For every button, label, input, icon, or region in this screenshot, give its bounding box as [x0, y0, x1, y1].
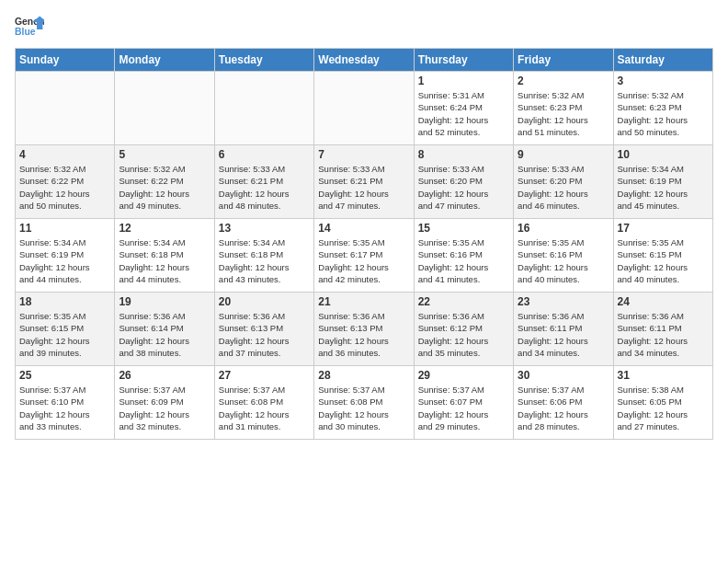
- calendar-cell: 1Sunrise: 5:31 AMSunset: 6:24 PMDaylight…: [414, 72, 513, 145]
- day-info: Sunrise: 5:37 AMSunset: 6:08 PMDaylight:…: [318, 384, 409, 432]
- calendar-cell: 10Sunrise: 5:34 AMSunset: 6:19 PMDayligh…: [613, 145, 712, 219]
- calendar-cell: [16, 72, 115, 145]
- calendar-cell: 24Sunrise: 5:36 AMSunset: 6:11 PMDayligh…: [613, 293, 712, 366]
- day-info: Sunrise: 5:34 AMSunset: 6:18 PMDaylight:…: [119, 236, 210, 285]
- day-number: 1: [418, 75, 509, 87]
- day-number: 20: [219, 295, 310, 308]
- weekday-header-wednesday: Wednesday: [314, 49, 414, 72]
- day-info: Sunrise: 5:32 AMSunset: 6:22 PMDaylight:…: [19, 163, 110, 212]
- day-info: Sunrise: 5:34 AMSunset: 6:19 PMDaylight:…: [19, 236, 110, 285]
- day-number: 4: [19, 148, 110, 161]
- calendar-cell: 31Sunrise: 5:38 AMSunset: 6:05 PMDayligh…: [613, 366, 712, 440]
- calendar-cell: 5Sunrise: 5:32 AMSunset: 6:22 PMDaylight…: [115, 145, 214, 219]
- logo: General Blue: [15, 15, 44, 40]
- calendar-week-row: 4Sunrise: 5:32 AMSunset: 6:22 PMDaylight…: [16, 145, 713, 219]
- day-number: 27: [219, 369, 310, 382]
- day-number: 19: [119, 295, 210, 308]
- calendar-cell: 27Sunrise: 5:37 AMSunset: 6:08 PMDayligh…: [214, 366, 313, 440]
- day-info: Sunrise: 5:37 AMSunset: 6:09 PMDaylight:…: [119, 384, 210, 432]
- day-number: 9: [518, 148, 609, 161]
- day-info: Sunrise: 5:37 AMSunset: 6:10 PMDaylight:…: [19, 384, 110, 432]
- calendar-week-row: 11Sunrise: 5:34 AMSunset: 6:19 PMDayligh…: [16, 219, 713, 293]
- calendar-cell: 17Sunrise: 5:35 AMSunset: 6:15 PMDayligh…: [613, 219, 712, 293]
- calendar-cell: 28Sunrise: 5:37 AMSunset: 6:08 PMDayligh…: [314, 366, 414, 440]
- day-info: Sunrise: 5:36 AMSunset: 6:11 PMDaylight:…: [618, 310, 709, 359]
- calendar-cell: [314, 72, 414, 145]
- day-info: Sunrise: 5:36 AMSunset: 6:12 PMDaylight:…: [418, 310, 509, 359]
- weekday-header-sunday: Sunday: [16, 49, 115, 72]
- day-info: Sunrise: 5:33 AMSunset: 6:21 PMDaylight:…: [318, 163, 409, 212]
- calendar-week-row: 18Sunrise: 5:35 AMSunset: 6:15 PMDayligh…: [16, 293, 713, 366]
- calendar-header-row: SundayMondayTuesdayWednesdayThursdayFrid…: [16, 49, 713, 72]
- day-info: Sunrise: 5:37 AMSunset: 6:07 PMDaylight:…: [418, 384, 509, 432]
- calendar-cell: 22Sunrise: 5:36 AMSunset: 6:12 PMDayligh…: [414, 293, 513, 366]
- calendar-cell: [214, 72, 313, 145]
- day-number: 24: [618, 295, 709, 308]
- day-number: 13: [219, 222, 310, 235]
- calendar-cell: 3Sunrise: 5:32 AMSunset: 6:23 PMDaylight…: [613, 72, 712, 145]
- day-info: Sunrise: 5:37 AMSunset: 6:08 PMDaylight:…: [219, 384, 310, 432]
- calendar-cell: 2Sunrise: 5:32 AMSunset: 6:23 PMDaylight…: [514, 72, 613, 145]
- day-number: 16: [518, 222, 609, 235]
- day-info: Sunrise: 5:36 AMSunset: 6:11 PMDaylight:…: [518, 310, 609, 359]
- svg-text:Blue: Blue: [15, 27, 36, 37]
- calendar-week-row: 25Sunrise: 5:37 AMSunset: 6:10 PMDayligh…: [16, 366, 713, 440]
- day-info: Sunrise: 5:34 AMSunset: 6:18 PMDaylight:…: [219, 236, 310, 285]
- calendar-cell: 9Sunrise: 5:33 AMSunset: 6:20 PMDaylight…: [514, 145, 613, 219]
- day-info: Sunrise: 5:35 AMSunset: 6:15 PMDaylight:…: [19, 310, 110, 359]
- day-info: Sunrise: 5:33 AMSunset: 6:21 PMDaylight:…: [219, 163, 310, 212]
- day-number: 3: [618, 75, 709, 87]
- weekday-header-thursday: Thursday: [414, 49, 513, 72]
- calendar-cell: 6Sunrise: 5:33 AMSunset: 6:21 PMDaylight…: [214, 145, 313, 219]
- day-number: 5: [119, 148, 210, 161]
- calendar-week-row: 1Sunrise: 5:31 AMSunset: 6:24 PMDaylight…: [16, 72, 713, 145]
- day-info: Sunrise: 5:32 AMSunset: 6:23 PMDaylight:…: [518, 89, 609, 138]
- day-number: 2: [518, 75, 609, 87]
- day-number: 11: [19, 222, 110, 235]
- calendar-cell: 16Sunrise: 5:35 AMSunset: 6:16 PMDayligh…: [514, 219, 613, 293]
- day-number: 6: [219, 148, 310, 161]
- calendar-cell: 8Sunrise: 5:33 AMSunset: 6:20 PMDaylight…: [414, 145, 513, 219]
- day-number: 29: [418, 369, 509, 382]
- day-number: 17: [618, 222, 709, 235]
- day-info: Sunrise: 5:37 AMSunset: 6:06 PMDaylight:…: [518, 384, 609, 432]
- day-number: 12: [119, 222, 210, 235]
- day-info: Sunrise: 5:33 AMSunset: 6:20 PMDaylight:…: [518, 163, 609, 212]
- day-info: Sunrise: 5:32 AMSunset: 6:23 PMDaylight:…: [618, 89, 709, 138]
- day-number: 10: [618, 148, 709, 161]
- day-info: Sunrise: 5:36 AMSunset: 6:13 PMDaylight:…: [318, 310, 409, 359]
- day-number: 21: [318, 295, 409, 308]
- day-number: 31: [618, 369, 709, 382]
- weekday-header-tuesday: Tuesday: [214, 49, 313, 72]
- day-number: 8: [418, 148, 509, 161]
- calendar-cell: 7Sunrise: 5:33 AMSunset: 6:21 PMDaylight…: [314, 145, 414, 219]
- calendar-cell: 20Sunrise: 5:36 AMSunset: 6:13 PMDayligh…: [214, 293, 313, 366]
- day-number: 28: [318, 369, 409, 382]
- day-info: Sunrise: 5:34 AMSunset: 6:19 PMDaylight:…: [618, 163, 709, 212]
- calendar-cell: 13Sunrise: 5:34 AMSunset: 6:18 PMDayligh…: [214, 219, 313, 293]
- weekday-header-monday: Monday: [115, 49, 214, 72]
- calendar-cell: 12Sunrise: 5:34 AMSunset: 6:18 PMDayligh…: [115, 219, 214, 293]
- calendar-cell: 25Sunrise: 5:37 AMSunset: 6:10 PMDayligh…: [16, 366, 115, 440]
- day-number: 23: [518, 295, 609, 308]
- day-info: Sunrise: 5:33 AMSunset: 6:20 PMDaylight:…: [418, 163, 509, 212]
- calendar-cell: 30Sunrise: 5:37 AMSunset: 6:06 PMDayligh…: [514, 366, 613, 440]
- day-number: 22: [418, 295, 509, 308]
- page-header: General Blue: [15, 15, 713, 40]
- calendar-cell: 29Sunrise: 5:37 AMSunset: 6:07 PMDayligh…: [414, 366, 513, 440]
- day-number: 18: [19, 295, 110, 308]
- day-number: 30: [518, 369, 609, 382]
- calendar-cell: 14Sunrise: 5:35 AMSunset: 6:17 PMDayligh…: [314, 219, 414, 293]
- day-info: Sunrise: 5:31 AMSunset: 6:24 PMDaylight:…: [418, 89, 509, 138]
- calendar-cell: 4Sunrise: 5:32 AMSunset: 6:22 PMDaylight…: [16, 145, 115, 219]
- day-info: Sunrise: 5:35 AMSunset: 6:16 PMDaylight:…: [518, 236, 609, 285]
- day-info: Sunrise: 5:35 AMSunset: 6:15 PMDaylight:…: [618, 236, 709, 285]
- day-info: Sunrise: 5:36 AMSunset: 6:14 PMDaylight:…: [119, 310, 210, 359]
- day-info: Sunrise: 5:35 AMSunset: 6:16 PMDaylight:…: [418, 236, 509, 285]
- day-number: 14: [318, 222, 409, 235]
- day-number: 7: [318, 148, 409, 161]
- calendar-cell: 19Sunrise: 5:36 AMSunset: 6:14 PMDayligh…: [115, 293, 214, 366]
- weekday-header-saturday: Saturday: [613, 49, 712, 72]
- weekday-header-friday: Friday: [514, 49, 613, 72]
- calendar-cell: 23Sunrise: 5:36 AMSunset: 6:11 PMDayligh…: [514, 293, 613, 366]
